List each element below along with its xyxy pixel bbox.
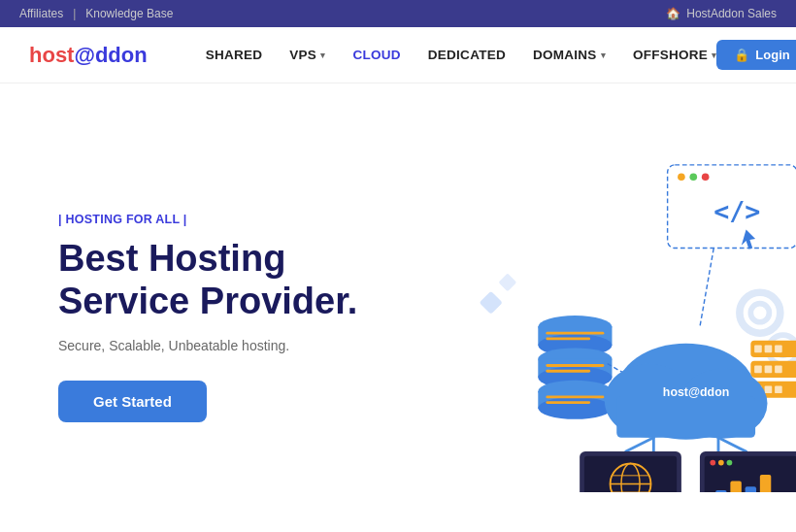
svg-rect-65	[730, 482, 741, 492]
topbar-left: Affiliates | Knowledge Base	[19, 7, 173, 20]
nav-domains[interactable]: DOMAINS ▾	[533, 48, 606, 62]
login-label: Login	[755, 48, 789, 62]
hero-badge: | HOSTING FOR ALL |	[58, 213, 427, 226]
hero-text: | HOSTING FOR ALL | Best Hosting Service…	[58, 213, 427, 422]
svg-rect-30	[775, 346, 782, 353]
domains-arrow: ▾	[601, 50, 606, 60]
topbar-divider: |	[73, 7, 76, 20]
svg-point-7	[678, 173, 685, 181]
svg-rect-51	[584, 456, 677, 492]
svg-rect-28	[754, 346, 762, 353]
svg-rect-1	[498, 273, 516, 291]
svg-point-61	[710, 460, 715, 466]
svg-point-24	[538, 397, 612, 419]
nav-dedicated[interactable]: DEDICATED	[428, 48, 506, 62]
svg-text:</>: </>	[713, 196, 760, 226]
svg-point-2	[740, 292, 780, 333]
hero-title-line1: Best Hosting	[58, 238, 285, 279]
nav-shared[interactable]: SHARED	[206, 48, 263, 62]
svg-rect-38	[775, 385, 782, 393]
logo[interactable]: host@ddon	[29, 43, 148, 68]
lock-icon: 🔒	[734, 48, 749, 62]
topbar: Affiliates | Knowledge Base 🏠 HostAddon …	[0, 0, 796, 27]
svg-rect-67	[760, 475, 771, 492]
sales-icon: 🏠	[666, 7, 680, 20]
affiliates-link[interactable]: Affiliates	[19, 7, 63, 20]
logo-blue: ddon	[95, 43, 148, 67]
svg-rect-34	[775, 366, 782, 374]
svg-rect-29	[765, 346, 773, 353]
hero-illustration: </>	[427, 103, 796, 532]
svg-line-40	[700, 249, 713, 327]
hero-section: | HOSTING FOR ALL | Best Hosting Service…	[0, 83, 796, 532]
svg-rect-0	[480, 291, 503, 315]
knowledge-base-link[interactable]: Knowledge Base	[85, 7, 173, 20]
nav-links: SHARED VPS ▾ CLOUD DEDICATED DOMAINS ▾ O…	[206, 48, 717, 62]
svg-line-46	[626, 438, 654, 451]
svg-rect-33	[765, 366, 773, 374]
sales-link[interactable]: HostAddon Sales	[686, 7, 777, 20]
logo-red: host	[29, 43, 74, 67]
topbar-right: 🏠 HostAddon Sales	[666, 7, 777, 20]
nav-vps[interactable]: VPS ▾	[289, 48, 325, 62]
svg-point-9	[702, 173, 710, 181]
svg-point-63	[727, 460, 733, 466]
logo-at: @	[74, 43, 94, 67]
get-started-button[interactable]: Get Started	[58, 381, 207, 422]
svg-rect-32	[754, 366, 762, 374]
svg-text:host@ddon: host@ddon	[663, 385, 729, 399]
login-button[interactable]: 🔒 Login	[716, 40, 796, 70]
hero-title: Best Hosting Service Provider.	[58, 238, 427, 322]
vps-arrow: ▾	[320, 50, 325, 60]
svg-point-8	[689, 173, 697, 181]
svg-line-49	[718, 438, 746, 451]
nav-offshore[interactable]: OFFSHORE ▾	[633, 48, 716, 62]
nav-cloud[interactable]: CLOUD	[352, 48, 400, 62]
illustration-svg: </>	[427, 143, 796, 492]
svg-rect-44	[616, 396, 755, 438]
navbar: host@ddon SHARED VPS ▾ CLOUD DEDICATED D…	[0, 27, 796, 83]
svg-rect-64	[715, 490, 726, 492]
hero-title-line2: Service Provider.	[58, 281, 357, 321]
svg-rect-37	[765, 385, 773, 393]
hero-subtitle: Secure, Scalable, Unbeatable hosting.	[58, 338, 427, 353]
svg-point-3	[750, 304, 769, 322]
svg-rect-66	[746, 486, 756, 492]
svg-point-62	[718, 460, 724, 466]
